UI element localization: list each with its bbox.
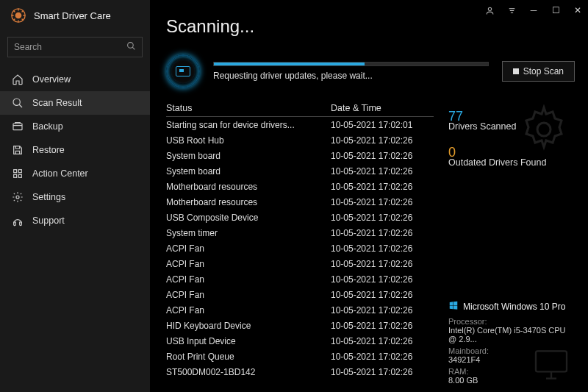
cell-datetime: 10-05-2021 17:02:26 xyxy=(331,290,434,300)
scan-spinner-icon xyxy=(166,54,200,88)
cell-status: ACPI Fan xyxy=(166,243,331,254)
maximize-button[interactable]: ☐ xyxy=(545,1,566,20)
table-row: System board10-05-2021 17:02:26 xyxy=(166,148,434,163)
svg-rect-8 xyxy=(18,174,21,177)
system-info: Microsoft Windows 10 Pro Processor: Inte… xyxy=(448,300,575,392)
svg-point-11 xyxy=(537,123,551,136)
cell-status: ACPI Fan xyxy=(166,305,331,316)
cell-status: Starting scan for device drivers... xyxy=(166,120,331,130)
cell-status: USB Root Hub xyxy=(166,135,331,146)
sidebar-item-restore[interactable]: Restore xyxy=(0,138,150,162)
user-icon[interactable] xyxy=(479,1,500,20)
nav-label: Support xyxy=(32,215,65,226)
table-row: Starting scan for device drivers...10-05… xyxy=(166,117,434,132)
table-row: USB Composite Device10-05-2021 17:02:26 xyxy=(166,210,434,225)
svg-rect-6 xyxy=(18,170,21,173)
table-row: USB Root Hub10-05-2021 17:02:26 xyxy=(166,132,434,148)
nav-icon xyxy=(12,121,24,132)
minimize-button[interactable]: ─ xyxy=(523,1,544,20)
cell-status: USB Composite Device xyxy=(166,213,331,223)
nav-icon xyxy=(12,215,24,227)
processor-value: Intel(R) Core(TM) i5-3470S CPU @ 2.9... xyxy=(448,326,575,343)
nav-label: Backup xyxy=(32,121,63,132)
main: ─ ☐ ✕ Scanning... Requesting driver upda… xyxy=(150,0,588,392)
outdated-label: Outdated Drivers Found xyxy=(448,157,575,168)
cell-status: HID Keyboard Device xyxy=(166,321,331,331)
sidebar-item-action-center[interactable]: Action Center xyxy=(0,162,150,185)
cell-status: ACPI Fan xyxy=(166,259,331,269)
search-input[interactable] xyxy=(14,42,126,52)
table-row: ACPI Fan10-05-2021 17:02:26 xyxy=(166,271,434,287)
stop-scan-button[interactable]: Stop Scan xyxy=(502,61,575,82)
table-row: ACPI Fan10-05-2021 17:02:26 xyxy=(166,240,434,256)
col-header-status: Status xyxy=(166,103,331,113)
nav-icon xyxy=(12,97,24,109)
cell-status: ACPI Fan xyxy=(166,290,331,300)
cell-status: System board xyxy=(166,151,331,161)
sidebar-item-settings[interactable]: Settings xyxy=(0,185,150,209)
menu-icon[interactable] xyxy=(501,1,522,20)
table-row: ST500DM002-1BD14210-05-2021 17:02:26 xyxy=(166,364,434,379)
svg-point-1 xyxy=(15,13,21,18)
nav-icon xyxy=(12,191,24,203)
stats-panel: 77 Drivers Scanned 0 Outdated Drivers Fo… xyxy=(448,103,575,392)
nav-label: Settings xyxy=(32,192,65,202)
progress-bar xyxy=(213,62,489,66)
sidebar-item-overview[interactable]: Overview xyxy=(0,68,150,91)
sidebar-item-backup[interactable]: Backup xyxy=(0,115,150,138)
table-row: System board10-05-2021 17:02:26 xyxy=(166,163,434,179)
table-row: Root Print Queue10-05-2021 17:02:26 xyxy=(166,349,434,364)
svg-rect-5 xyxy=(14,170,17,173)
cell-datetime: 10-05-2021 17:02:26 xyxy=(331,321,434,331)
table-row: USB Input Device10-05-2021 17:02:26 xyxy=(166,333,434,349)
app-logo-icon xyxy=(10,7,26,24)
cell-status: System timer xyxy=(166,228,331,238)
app-title: Smart Driver Care xyxy=(34,10,111,21)
nav-label: Overview xyxy=(32,74,71,85)
close-button[interactable]: ✕ xyxy=(567,1,588,20)
svg-point-2 xyxy=(128,43,134,49)
table-row: Motherboard resources10-05-2021 17:02:26 xyxy=(166,179,434,194)
sidebar-item-support[interactable]: Support xyxy=(0,209,150,232)
cell-datetime: 10-05-2021 17:02:26 xyxy=(331,166,434,177)
cell-datetime: 10-05-2021 17:02:26 xyxy=(331,182,434,192)
table-row: HID Keyboard Device10-05-2021 17:02:26 xyxy=(166,318,434,333)
cell-datetime: 10-05-2021 17:02:26 xyxy=(331,305,434,316)
svg-rect-4 xyxy=(13,124,22,130)
cell-status: System board xyxy=(166,166,331,177)
cell-status: Motherboard resources xyxy=(166,197,331,207)
cell-status: Root Print Queue xyxy=(166,352,331,362)
svg-rect-12 xyxy=(536,351,567,371)
table-row: ACPI Fan10-05-2021 17:02:26 xyxy=(166,302,434,318)
svg-point-3 xyxy=(13,99,20,105)
nav-label: Action Center xyxy=(32,168,88,179)
cell-status: Motherboard resources xyxy=(166,182,331,192)
cell-datetime: 10-05-2021 17:02:26 xyxy=(331,213,434,223)
stop-icon xyxy=(513,68,519,74)
windows-icon xyxy=(448,300,459,313)
sidebar-item-scan-result[interactable]: Scan Result xyxy=(0,91,150,115)
table-row: ACPI Fan10-05-2021 17:02:26 xyxy=(166,287,434,302)
cell-datetime: 10-05-2021 17:02:26 xyxy=(331,274,434,285)
cell-datetime: 10-05-2021 17:02:01 xyxy=(331,120,434,130)
os-name: Microsoft Windows 10 Pro xyxy=(463,302,565,312)
nav-icon xyxy=(12,168,24,179)
cell-datetime: 10-05-2021 17:02:26 xyxy=(331,243,434,254)
scan-progress-row: Requesting driver updates, please wait..… xyxy=(166,54,575,88)
svg-point-10 xyxy=(488,7,491,10)
search-icon xyxy=(126,41,136,53)
nav-label: Restore xyxy=(32,145,65,155)
cell-status: USB Input Device xyxy=(166,336,331,346)
search-box[interactable] xyxy=(7,37,143,57)
cell-status: ST500DM002-1BD142 xyxy=(166,367,331,377)
svg-rect-7 xyxy=(14,174,17,177)
cell-datetime: 10-05-2021 17:02:26 xyxy=(331,259,434,269)
progress-text: Requesting driver updates, please wait..… xyxy=(213,71,489,81)
cell-status: ACPI Fan xyxy=(166,274,331,285)
cell-datetime: 10-05-2021 17:02:26 xyxy=(331,151,434,161)
stop-label: Stop Scan xyxy=(523,66,564,76)
gear-bg-icon xyxy=(517,103,570,158)
titlebar: ─ ☐ ✕ xyxy=(479,0,588,21)
cell-datetime: 10-05-2021 17:02:26 xyxy=(331,135,434,146)
svg-point-9 xyxy=(16,196,19,199)
